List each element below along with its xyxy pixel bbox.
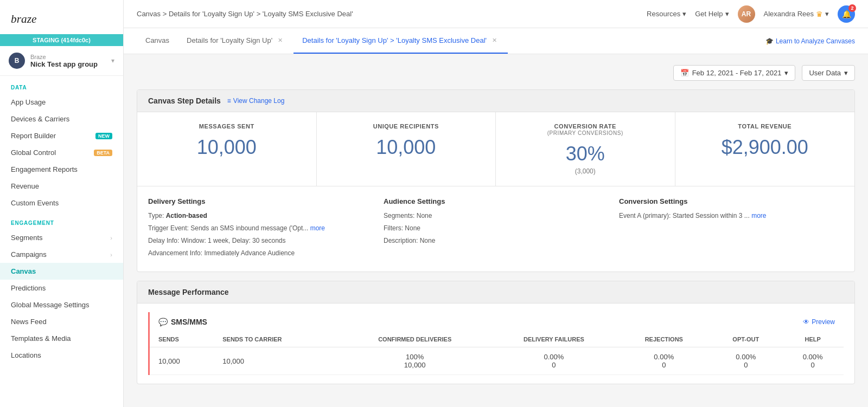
cell-opt-out: 0.00% 0 <box>710 347 782 375</box>
chevron-down-icon: ▾ <box>784 69 788 77</box>
col-delivery-failures: Delivery Failures <box>489 332 618 347</box>
sidebar-item-news-feed[interactable]: News Feed <box>0 313 123 330</box>
cell-sends-carrier: 10,000 <box>214 347 340 375</box>
sms-title: 💬 SMS/MMS <box>158 318 207 326</box>
controls-bar: 📅 Feb 12, 2021 - Feb 17, 2021 ▾ User Dat… <box>137 65 855 81</box>
avatar[interactable]: AR <box>738 5 755 23</box>
stat-value: $2,900.00 <box>686 136 844 159</box>
tabs-bar: Canvas Details for 'Loyalty Sign Up' ✕ D… <box>124 28 868 54</box>
sms-mms-section: 💬 SMS/MMS 👁 Preview Sends Sends to Carri… <box>148 312 844 375</box>
learn-analyze-link[interactable]: 🎓 Learn to Analyze Canvases <box>765 37 855 45</box>
resources-label: Resources <box>647 10 680 18</box>
delivery-delay: Delay Info: Window: 1 week, Delay: 30 se… <box>148 236 373 246</box>
cell-rejections: 0.00% 0 <box>618 347 710 375</box>
braze-logo: braze <box>0 0 123 34</box>
audience-description: Description: None <box>384 236 608 246</box>
account-switcher[interactable]: B Braze Nick Test app group ▾ <box>0 46 123 76</box>
chevron-right-icon: › <box>110 251 112 258</box>
resources-button[interactable]: Resources ▾ <box>647 10 686 18</box>
user-name-label: Alexandra Rees <box>764 10 814 18</box>
stat-messages-sent: MESSAGES SENT 10,000 <box>137 112 317 186</box>
environment-label: STAGING (414fdc0c) <box>0 34 123 46</box>
sidebar-item-label: Templates & Media <box>11 334 71 343</box>
notifications-button[interactable]: 🔔 2 <box>838 5 855 23</box>
delivery-advancement: Advancement Info: Immediately Advance Au… <box>148 248 373 258</box>
eye-icon: 👁 <box>803 318 809 326</box>
sidebar-item-canvas[interactable]: Canvas <box>0 263 123 280</box>
sidebar-item-templates-media[interactable]: Templates & Media <box>0 330 123 347</box>
topbar-actions: Resources ▾ Get Help ▾ AR Alexandra Rees… <box>647 5 855 23</box>
sidebar-item-devices-carriers[interactable]: Devices & Carriers <box>0 111 123 127</box>
sidebar-item-label: Report Builder <box>11 132 56 140</box>
speech-bubble-icon: 💬 <box>158 318 168 326</box>
sidebar-section-label-engagement: ENGAGEMENT <box>0 211 123 229</box>
col-confirmed-deliveries: Confirmed Deliveries <box>340 332 489 347</box>
account-avatar: B <box>9 53 25 69</box>
tab-loyalty-sms[interactable]: Details for 'Loyalty Sign Up' > 'Loyalty… <box>293 28 508 54</box>
sidebar-item-locations[interactable]: Locations <box>0 347 123 364</box>
stat-label: MESSAGES SENT <box>148 123 305 130</box>
trigger-more-link[interactable]: more <box>310 224 325 232</box>
account-company: Braze <box>30 54 111 60</box>
sidebar-item-custom-events[interactable]: Custom Events <box>0 195 123 211</box>
col-rejections: Rejections <box>618 332 710 347</box>
col-sends: Sends <box>150 332 214 347</box>
view-changelog-button[interactable]: ≡ View Change Log <box>227 97 285 105</box>
delivery-trigger: Trigger Event: Sends an SMS inbound mess… <box>148 223 373 233</box>
delivery-type: Type: Action-based <box>148 211 373 221</box>
sidebar-item-global-control[interactable]: Global Control BETA <box>0 144 123 161</box>
conversion-more-link[interactable]: more <box>751 212 766 219</box>
get-help-label: Get Help <box>695 10 723 18</box>
conversion-settings-title: Conversion Settings <box>619 197 844 205</box>
table-row: 10,000 10,000 100% 10,000 0.00% 0 <box>150 347 844 375</box>
sidebar-item-label: News Feed <box>11 318 47 326</box>
graduation-icon: 🎓 <box>765 37 774 45</box>
preview-button[interactable]: 👁 Preview <box>803 318 835 326</box>
delivery-settings-title: Delivery Settings <box>148 197 373 205</box>
sidebar-item-revenue[interactable]: Revenue <box>0 178 123 195</box>
get-help-button[interactable]: Get Help ▾ <box>695 10 729 18</box>
col-sends-carrier: Sends to Carrier <box>214 332 340 347</box>
sidebar-section-data: DATA App Usage Devices & Carriers Report… <box>0 76 123 211</box>
sidebar-item-label: Custom Events <box>11 199 59 207</box>
tab-close-icon[interactable]: ✕ <box>490 36 499 45</box>
sidebar-item-label: Locations <box>11 351 41 359</box>
perf-card-header: Message Performance <box>137 281 854 303</box>
sidebar-item-label: Global Message Settings <box>11 301 90 309</box>
user-data-dropdown[interactable]: User Data ▾ <box>802 65 855 81</box>
date-range-label: Feb 12, 2021 - Feb 17, 2021 <box>692 69 782 77</box>
tab-label: Details for 'Loyalty Sign Up' <box>187 36 272 44</box>
beta-badge: BETA <box>94 150 112 156</box>
sms-header: 💬 SMS/MMS 👁 Preview <box>150 312 844 332</box>
sidebar-item-campaigns[interactable]: Campaigns › <box>0 246 123 263</box>
sidebar-item-label: Segments <box>11 234 43 242</box>
cell-delivery-failures: 0.00% 0 <box>489 347 618 375</box>
tabs-left: Canvas Details for 'Loyalty Sign Up' ✕ D… <box>137 28 508 54</box>
cell-confirmed-deliveries: 100% 10,000 <box>340 347 489 375</box>
stat-conversion-rate: CONVERSION RATE (PRIMARY CONVERSIONS) 30… <box>496 112 675 186</box>
tab-close-icon[interactable]: ✕ <box>276 36 285 45</box>
sidebar-item-global-message-settings[interactable]: Global Message Settings <box>0 296 123 313</box>
sidebar-item-report-builder[interactable]: Report Builder NEW <box>0 127 123 144</box>
tab-loyalty-signup[interactable]: Details for 'Loyalty Sign Up' ✕ <box>178 28 293 54</box>
sidebar-item-app-usage[interactable]: App Usage <box>0 94 123 111</box>
user-name-button[interactable]: Alexandra Rees ♛ ▾ <box>764 10 829 18</box>
tab-canvas[interactable]: Canvas <box>137 29 178 53</box>
date-range-picker[interactable]: 📅 Feb 12, 2021 - Feb 17, 2021 ▾ <box>673 65 796 81</box>
stat-unique-recipients: UNIQUE RECIPIENTS 10,000 <box>317 112 496 186</box>
sidebar-item-segments[interactable]: Segments › <box>0 229 123 246</box>
changelog-label: View Change Log <box>233 97 285 105</box>
stat-value: 10,000 <box>148 136 305 159</box>
col-help: Help <box>782 332 844 347</box>
audience-settings: Audience Settings Segments: None Filters… <box>384 197 608 261</box>
sidebar-item-engagement-reports[interactable]: Engagement Reports <box>0 161 123 178</box>
main-content: Canvas > Details for 'Loyalty Sign Up' >… <box>124 0 868 407</box>
sidebar-item-label: Predictions <box>11 284 46 292</box>
perf-title: Message Performance <box>148 288 229 296</box>
sidebar-item-label: App Usage <box>11 98 46 106</box>
audience-segments: Segments: None <box>384 211 608 221</box>
breadcrumb: Canvas > Details for 'Loyalty Sign Up' >… <box>137 10 353 18</box>
stat-label: CONVERSION RATE (PRIMARY CONVERSIONS) <box>507 123 664 136</box>
svg-text:braze: braze <box>11 12 36 25</box>
sidebar-item-predictions[interactable]: Predictions <box>0 280 123 296</box>
